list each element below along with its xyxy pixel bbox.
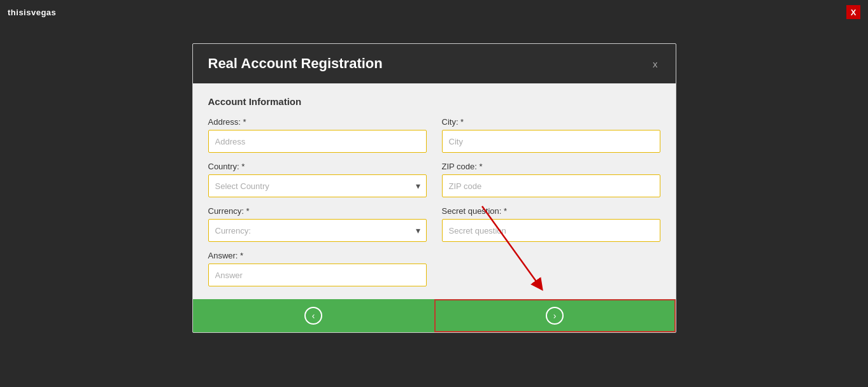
modal-title: Real Account Registration — [208, 55, 383, 72]
topbar: thisisvegas X — [0, 0, 868, 24]
zip-group: ZIP code: * — [442, 162, 660, 197]
secret-question-group: Secret question: * — [442, 206, 660, 242]
modal-close-button[interactable]: x — [650, 59, 660, 69]
topbar-close-button[interactable]: X — [846, 5, 860, 19]
city-input[interactable] — [442, 130, 660, 153]
country-select[interactable]: Select Country — [208, 174, 427, 197]
country-group: Country: * Select Country — [208, 162, 427, 197]
country-label: Country: * — [208, 162, 427, 171]
modal-body: Account Information Address: * City: * — [193, 83, 676, 286]
zip-input[interactable] — [442, 174, 660, 197]
next-icon: › — [546, 307, 564, 325]
currency-group: Currency: * Currency: — [208, 206, 427, 242]
currency-label: Currency: * — [208, 206, 427, 216]
city-group: City: * — [442, 117, 660, 153]
modal: Real Account Registration x Account Info… — [192, 43, 676, 333]
answer-group: Answer: * — [208, 251, 427, 286]
modal-header: Real Account Registration x — [193, 44, 676, 83]
address-label: Address: * — [208, 117, 427, 127]
answer-input[interactable] — [208, 264, 427, 286]
app-logo: thisisvegas — [8, 8, 56, 17]
section-title: Account Information — [208, 96, 660, 107]
form-body: Address: * City: * Country: * Select C — [208, 117, 660, 286]
back-button[interactable]: ‹ — [193, 299, 434, 332]
zip-label: ZIP code: * — [442, 162, 660, 171]
next-button[interactable]: › — [434, 299, 676, 332]
currency-select[interactable]: Currency: — [208, 219, 427, 242]
secret-question-label: Secret question: * — [442, 206, 660, 216]
city-label: City: * — [442, 117, 660, 127]
form-grid: Address: * City: * Country: * Select C — [208, 117, 660, 286]
secret-question-input[interactable] — [442, 219, 660, 242]
modal-overlay: Real Account Registration x Account Info… — [0, 24, 868, 339]
modal-footer: ‹ › — [193, 299, 676, 332]
back-icon: ‹ — [304, 307, 322, 325]
answer-label: Answer: * — [208, 251, 427, 260]
address-group: Address: * — [208, 117, 427, 153]
country-select-wrapper: Select Country — [208, 174, 427, 197]
currency-select-wrapper: Currency: — [208, 219, 427, 242]
address-input[interactable] — [208, 130, 427, 153]
